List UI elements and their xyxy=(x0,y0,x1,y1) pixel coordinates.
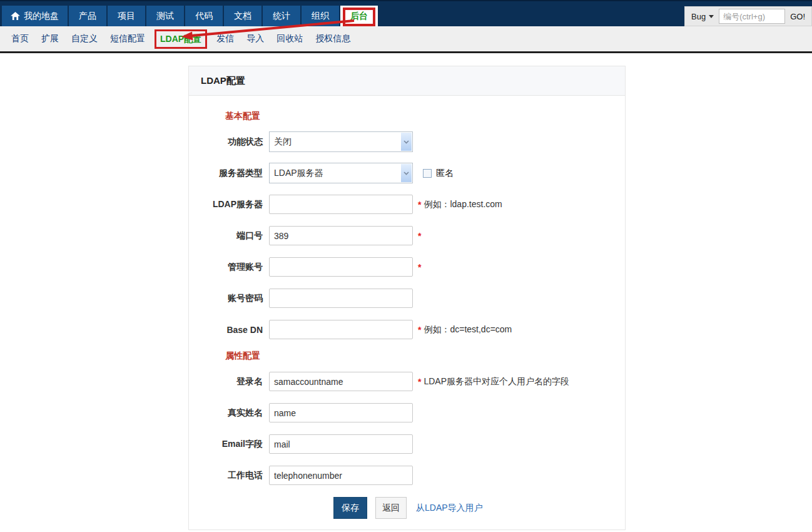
form-row: 管理账号 * xyxy=(189,257,625,277)
base-dn-input[interactable] xyxy=(269,320,413,339)
annotation-box-ldap: LDAP配置 xyxy=(155,29,207,49)
function-status-select[interactable]: 关闭 xyxy=(269,131,413,152)
form-row: Email字段 xyxy=(189,434,625,454)
subnav-item-send-mail[interactable]: 发信 xyxy=(216,33,234,44)
app-window: 我的地盘 产品 项目 测试 代码 文档 统计 组织 后台 Bug GO! 首页 … xyxy=(0,0,812,532)
subnav-item-license-info[interactable]: 授权信息 xyxy=(315,33,350,44)
required-asterisk: * xyxy=(418,377,421,387)
nav-item-label: 代码 xyxy=(195,11,213,22)
field-hint: LDAP服务器中对应个人用户名的字段 xyxy=(424,376,569,387)
phone-field-input[interactable] xyxy=(269,466,413,485)
search-module-dropdown[interactable]: Bug xyxy=(686,12,719,21)
ldap-config-panel: LDAP配置 基本配置 功能状态 关闭 服务器类型 LDAP服务器 xyxy=(188,66,626,530)
field-label: 工作电话 xyxy=(189,470,269,481)
form-row: 登录名 * LDAP服务器中对应个人用户名的字段 xyxy=(189,371,625,392)
form-actions: 保存 返回 从LDAP导入用户 xyxy=(333,497,625,519)
nav-item-label: 项目 xyxy=(118,11,135,22)
nav-item-label: 测试 xyxy=(156,11,174,22)
nav-item-label: 统计 xyxy=(273,11,290,22)
subnav-item-sms-config[interactable]: 短信配置 xyxy=(110,33,145,44)
required-asterisk: * xyxy=(418,200,421,210)
search-module-label: Bug xyxy=(691,12,706,21)
nav-item-label: 后台 xyxy=(350,11,368,22)
import-from-ldap-link[interactable]: 从LDAP导入用户 xyxy=(416,503,483,514)
field-label: Base DN xyxy=(189,325,269,335)
nav-item-label: 文档 xyxy=(234,11,251,22)
form-row: 功能状态 关闭 xyxy=(189,131,625,152)
nav-item-doc[interactable]: 文档 xyxy=(224,6,261,26)
required-asterisk: * xyxy=(418,231,421,241)
nav-item-project[interactable]: 项目 xyxy=(108,6,145,26)
id-search-input[interactable] xyxy=(719,9,785,24)
nav-item-product[interactable]: 产品 xyxy=(69,6,106,26)
chevron-down-icon xyxy=(401,164,412,182)
caret-down-icon xyxy=(709,15,714,18)
nav-item-backend-active[interactable]: 后台 xyxy=(340,6,378,26)
required-asterisk: * xyxy=(418,262,421,272)
nav-item-stats[interactable]: 统计 xyxy=(263,6,300,26)
home-icon xyxy=(11,12,20,20)
form-row: LDAP服务器 * 例如：ldap.test.com xyxy=(189,194,625,215)
field-label: 真实姓名 xyxy=(189,407,269,419)
chevron-down-icon xyxy=(401,133,412,151)
field-label: 功能状态 xyxy=(189,136,269,148)
go-button[interactable]: GO! xyxy=(785,12,810,21)
field-label: LDAP服务器 xyxy=(189,199,269,210)
field-label: Email字段 xyxy=(189,439,269,450)
form-row: Base DN * 例如：dc=test,dc=com xyxy=(189,319,625,340)
subnav-item-recycle-bin[interactable]: 回收站 xyxy=(277,33,303,44)
field-label: 登录名 xyxy=(189,376,269,387)
server-type-select[interactable]: LDAP服务器 xyxy=(269,163,413,183)
quick-search-bar: Bug GO! xyxy=(684,6,812,26)
form-row: 真实姓名 xyxy=(189,402,625,423)
section-basic-config: 基本配置 xyxy=(225,111,625,122)
ldap-host-input[interactable] xyxy=(269,195,413,214)
port-input[interactable] xyxy=(269,226,413,245)
select-value: LDAP服务器 xyxy=(270,168,401,179)
email-field-input[interactable] xyxy=(269,434,413,454)
select-value: 关闭 xyxy=(270,136,401,148)
subnav-item-extension[interactable]: 扩展 xyxy=(41,33,59,44)
nav-item-org[interactable]: 组织 xyxy=(302,6,339,26)
form-row: 工作电话 xyxy=(189,465,625,486)
realname-field-input[interactable] xyxy=(269,403,413,422)
field-hint: 例如：ldap.test.com xyxy=(424,199,502,210)
checkbox-label: 匿名 xyxy=(436,168,454,179)
admin-account-input[interactable] xyxy=(269,257,413,277)
login-name-field-input[interactable] xyxy=(269,372,413,391)
form-row: 服务器类型 LDAP服务器 匿名 xyxy=(189,163,625,183)
form-row: 端口号 * xyxy=(189,225,625,246)
field-hint: 例如：dc=test,dc=com xyxy=(424,324,512,335)
back-button[interactable]: 返回 xyxy=(375,497,407,519)
nav-item-test[interactable]: 测试 xyxy=(146,6,184,26)
required-asterisk: * xyxy=(418,325,421,335)
field-label: 端口号 xyxy=(189,230,269,242)
nav-item-label: 我的地盘 xyxy=(24,11,59,22)
subnav-item-ldap-config-active[interactable]: LDAP配置 xyxy=(160,34,201,44)
save-button[interactable]: 保存 xyxy=(333,497,367,519)
nav-item-code[interactable]: 代码 xyxy=(185,6,223,26)
nav-item-my-dashboard[interactable]: 我的地盘 xyxy=(2,6,68,26)
panel-title: LDAP配置 xyxy=(189,66,625,96)
field-label: 账号密码 xyxy=(189,293,269,304)
sub-nav: 首页 扩展 自定义 短信配置 LDAP配置 发信 导入 回收站 授权信息 xyxy=(0,26,812,53)
ldap-config-form: 基本配置 功能状态 关闭 服务器类型 LDAP服务器 xyxy=(189,96,625,529)
field-label: 服务器类型 xyxy=(189,168,269,179)
subnav-item-custom[interactable]: 自定义 xyxy=(71,33,98,44)
section-attribute-config: 属性配置 xyxy=(225,350,625,362)
nav-item-label: 产品 xyxy=(79,11,96,22)
main-nav: 我的地盘 产品 项目 测试 代码 文档 统计 组织 后台 Bug GO! xyxy=(0,0,812,26)
account-password-input[interactable] xyxy=(269,289,413,308)
field-label: 管理账号 xyxy=(189,262,269,273)
form-row: 账号密码 xyxy=(189,288,625,309)
nav-item-label: 组织 xyxy=(312,11,329,22)
anonymous-checkbox[interactable] xyxy=(423,169,432,178)
subnav-item-import[interactable]: 导入 xyxy=(246,33,264,44)
subnav-item-home[interactable]: 首页 xyxy=(11,33,29,44)
